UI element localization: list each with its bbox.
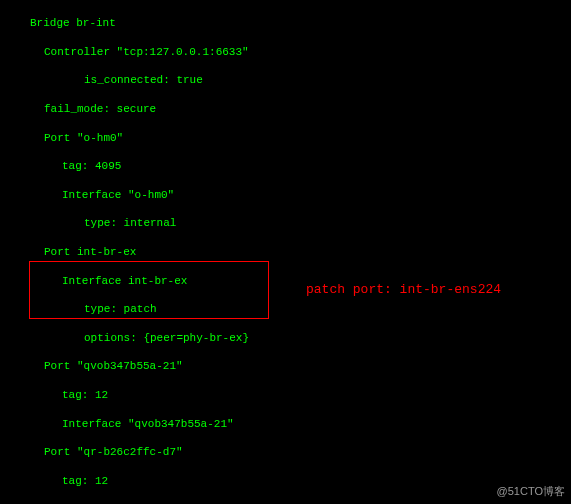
- port-name: Port "qvob347b55a-21": [4, 359, 567, 373]
- port-name: Port "qr-b26c2ffc-d7": [4, 445, 567, 459]
- interface-name: Interface "o-hm0": [4, 188, 567, 202]
- watermark: @51CTO博客: [497, 484, 565, 498]
- port-name: Port int-br-ex: [4, 245, 567, 259]
- fail-mode-line: fail_mode: secure: [4, 102, 567, 116]
- port-tag: tag: 12: [4, 474, 567, 488]
- port-name: Port "o-hm0": [4, 131, 567, 145]
- port-tag: tag: 4095: [4, 159, 567, 173]
- controller-line: Controller "tcp:127.0.0.1:6633": [4, 45, 567, 59]
- interface-type: type: internal: [4, 216, 567, 230]
- interface-type: type: patch: [4, 302, 567, 316]
- interface-name: Interface "qvob347b55a-21": [4, 417, 567, 431]
- interface-options: options: {peer=phy-br-ex}: [4, 331, 567, 345]
- annotation-label: patch port: int-br-ens224: [306, 282, 501, 299]
- terminal-output: Bridge br-int Controller "tcp:127.0.0.1:…: [0, 0, 571, 504]
- bridge-name: Bridge br-int: [4, 16, 567, 30]
- is-connected-line: is_connected: true: [4, 73, 567, 87]
- port-tag: tag: 12: [4, 388, 567, 402]
